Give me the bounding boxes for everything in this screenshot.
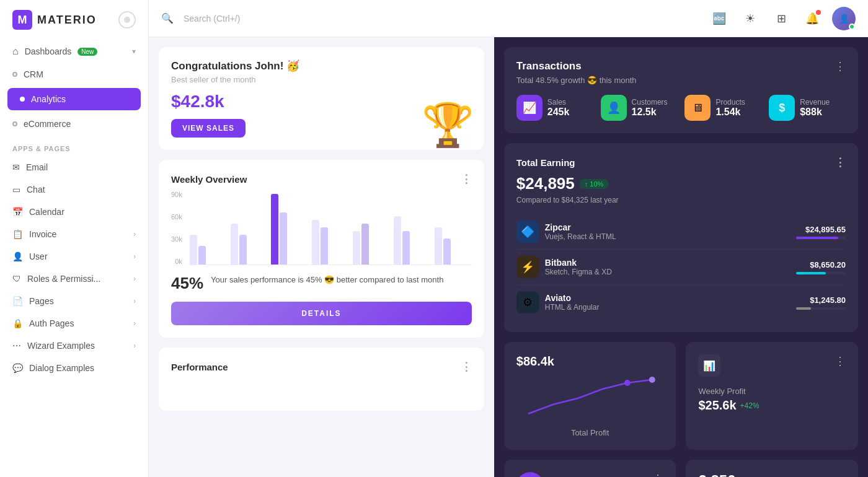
section-label-apps: APPS & PAGES bbox=[0, 135, 148, 156]
sidebar-item-user[interactable]: 👤 User › bbox=[0, 245, 148, 268]
sidebar-item-chat[interactable]: ▭ Chat bbox=[0, 178, 148, 201]
transactions-subtitle: Total 48.5% growth 😎 this month bbox=[516, 76, 846, 85]
bar-group-3 bbox=[271, 194, 308, 265]
weekly-profit-icon-area: 📊 bbox=[698, 354, 720, 377]
sidebar-item-dashboards-label: Dashboards bbox=[25, 46, 72, 56]
bitbank-progress-fill bbox=[796, 272, 826, 274]
weekly-overview-card: Weekly Overview ⋮ 90k 60k 30k 0k bbox=[159, 160, 484, 338]
transactions-title: Transactions bbox=[516, 60, 582, 72]
avatar[interactable]: 👤 bbox=[832, 7, 856, 30]
new-project-more-btn[interactable]: ⋮ bbox=[652, 472, 663, 477]
chevron-right-icon-3: › bbox=[133, 274, 136, 283]
details-button[interactable]: DETAILS bbox=[171, 302, 472, 325]
bell-icon-btn[interactable]: 🔔 bbox=[801, 7, 823, 30]
new-proj-row: 💼 ⋮ New Project 862 -18% Ye... bbox=[504, 460, 858, 477]
weekly-overview-more-btn[interactable]: ⋮ bbox=[461, 172, 472, 186]
zipcar-amount: $24,895.65 bbox=[796, 225, 846, 234]
aviato-amount: $1,245.80 bbox=[796, 295, 846, 305]
sidebar-item-dialog[interactable]: 💬 Dialog Examples bbox=[0, 357, 148, 379]
sidebar-item-ecommerce[interactable]: eCommerce bbox=[0, 113, 148, 135]
bar-light-10 bbox=[394, 216, 401, 265]
weekly-profit-amount-row: $25.6k +42% bbox=[698, 398, 846, 413]
company-item-bitbank: ⚡ Bitbank Sketch, Figma & XD $8,650.20 bbox=[516, 250, 846, 285]
weekly-profit-info: Weekly Profit $25.6k +42% bbox=[698, 387, 846, 413]
performance-content-placeholder bbox=[171, 374, 472, 398]
zipcar-name: Zipcar bbox=[545, 222, 790, 232]
trans-item-revenue: $ Revenue $88k bbox=[769, 95, 846, 121]
calendar-icon: 📅 bbox=[12, 207, 23, 217]
sidebar-item-auth[interactable]: 🔒 Auth Pages › bbox=[0, 312, 148, 335]
zipcar-tech: Vuejs, React & HTML bbox=[545, 232, 790, 241]
bar-light-9 bbox=[361, 224, 369, 265]
performance-header: Performance ⋮ bbox=[171, 360, 472, 374]
performance-more-btn[interactable]: ⋮ bbox=[461, 360, 472, 374]
dialog-icon: 💬 bbox=[12, 363, 23, 373]
sun-icon-btn[interactable]: ☀ bbox=[739, 7, 761, 30]
pages-icon: 📄 bbox=[12, 296, 23, 306]
revenue-label: Revenue bbox=[800, 98, 830, 107]
logo-text: MATERIO bbox=[37, 14, 97, 27]
sales-label: Sales bbox=[547, 98, 570, 107]
sidebar-item-pages-label: Pages bbox=[29, 296, 54, 306]
chevron-down-icon: ▾ bbox=[132, 47, 136, 56]
sidebar-item-pages[interactable]: 📄 Pages › bbox=[0, 290, 148, 312]
zipcar-info: Zipcar Vuejs, React & HTML bbox=[545, 222, 790, 241]
sidebar-item-crm[interactable]: CRM bbox=[0, 63, 148, 85]
trans-item-products: 🖥 Products 1.54k bbox=[684, 95, 761, 121]
sidebar-item-calendar[interactable]: 📅 Calendar bbox=[0, 201, 148, 223]
bar-light-2 bbox=[198, 246, 206, 265]
search-placeholder[interactable]: Search (Ctrl+/) bbox=[184, 14, 240, 24]
circle-icon bbox=[12, 72, 17, 77]
products-value: 1.54k bbox=[715, 107, 745, 118]
trans-subtitle-prefix: Total 48.5% growth bbox=[516, 76, 585, 85]
chat-icon: ▭ bbox=[12, 185, 20, 195]
trans-info-customers: Customers 12.5k bbox=[632, 98, 668, 118]
aviato-progress-fill bbox=[796, 307, 811, 310]
chart-y-axis: 90k 60k 30k 0k bbox=[171, 191, 185, 265]
congrats-title: Congratulations John! 🥳 bbox=[171, 59, 472, 72]
perf-text: Your sales performance is 45% 😎 better c… bbox=[211, 274, 443, 286]
weekly-profit-more-btn[interactable]: ⋮ bbox=[835, 354, 846, 368]
bar-light-3 bbox=[231, 224, 238, 265]
translate-icon-btn[interactable]: 🔤 bbox=[708, 7, 730, 30]
sidebar: M MATERIO ⌂ Dashboards New ▾ CRM Analyti… bbox=[0, 0, 149, 477]
weekly-profit-header: 📊 ⋮ bbox=[698, 354, 846, 377]
zipcar-progress-bg bbox=[796, 237, 846, 239]
total-earning-more-btn[interactable]: ⋮ bbox=[835, 155, 846, 169]
main-layout: 🔍 Search (Ctrl+/) 🔤 ☀ ⊞ 🔔 👤 Congratulati… bbox=[149, 0, 868, 477]
earning-row: Total Earning ⋮ $24,895 ↑ 10% Compared t… bbox=[504, 143, 858, 332]
weekly-overview-title: Weekly Overview bbox=[171, 174, 247, 185]
sidebar-item-analytics[interactable]: Analytics bbox=[7, 88, 141, 110]
y-label-60k: 60k bbox=[171, 213, 182, 221]
notification-dot bbox=[816, 10, 821, 15]
record-dot bbox=[124, 17, 130, 23]
chevron-right-icon-6: › bbox=[133, 341, 136, 350]
sidebar-item-dashboards[interactable]: ⌂ Dashboards New ▾ bbox=[0, 40, 148, 63]
total-profit-label: Total Profit bbox=[516, 428, 664, 437]
trans-info-sales: Sales 245k bbox=[547, 98, 570, 118]
sidebar-item-invoice[interactable]: 📋 Invoice › bbox=[0, 223, 148, 245]
chevron-right-icon-4: › bbox=[133, 297, 136, 305]
sidebar-item-email[interactable]: ✉ Email bbox=[0, 156, 148, 178]
weekly-profit-label: Weekly Profit bbox=[698, 387, 846, 396]
transactions-more-btn[interactable]: ⋮ bbox=[835, 59, 846, 73]
sidebar-item-roles[interactable]: 🛡 Roles & Permissi... › bbox=[0, 268, 148, 290]
sidebar-item-invoice-label: Invoice bbox=[29, 229, 56, 239]
sales-value: 245k bbox=[547, 107, 570, 118]
weekly-chart: 90k 60k 30k 0k bbox=[171, 191, 472, 265]
perf-row: 45% Your sales performance is 45% 😎 bett… bbox=[171, 274, 472, 293]
weekly-profit-amount: $25.6k bbox=[698, 398, 736, 413]
bitbank-name: Bitbank bbox=[545, 258, 790, 268]
profit-chart-svg bbox=[516, 374, 664, 417]
svg-point-1 bbox=[649, 377, 655, 383]
view-sales-button[interactable]: VIEW SALES bbox=[171, 119, 246, 138]
perf-percentage: 45% bbox=[171, 274, 203, 293]
sidebar-item-ecommerce-label: eCommerce bbox=[24, 119, 71, 129]
sidebar-record-button[interactable] bbox=[118, 11, 136, 28]
bar-group-7 bbox=[435, 227, 472, 265]
sidebar-item-wizard[interactable]: ⋯ Wizard Examples › bbox=[0, 335, 148, 357]
sidebar-item-dialog-label: Dialog Examples bbox=[29, 363, 94, 373]
grid-icon-btn[interactable]: ⊞ bbox=[770, 7, 792, 30]
y-label-90k: 90k bbox=[171, 191, 182, 198]
shield-icon: 🛡 bbox=[12, 274, 21, 284]
